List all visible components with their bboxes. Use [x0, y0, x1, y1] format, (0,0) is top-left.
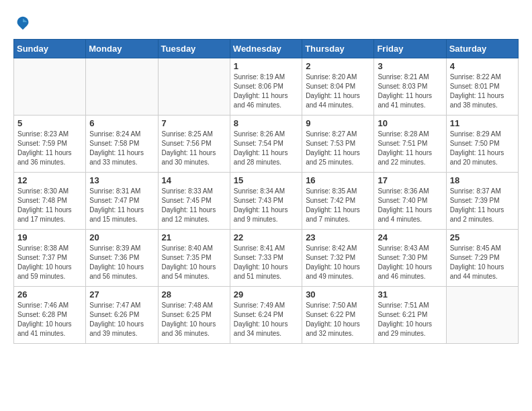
day-number: 15 — [234, 175, 298, 185]
day-info: Sunrise: 7:46 AM Sunset: 6:28 PM Dayligh… — [17, 301, 82, 338]
calendar-cell: 2Sunrise: 8:20 AM Sunset: 8:04 PM Daylig… — [302, 58, 374, 116]
day-number: 21 — [162, 232, 226, 242]
day-info: Sunrise: 8:23 AM Sunset: 7:59 PM Dayligh… — [17, 130, 82, 167]
calendar-cell: 24Sunrise: 8:43 AM Sunset: 7:30 PM Dayli… — [374, 230, 446, 287]
day-number: 9 — [306, 118, 370, 128]
day-info: Sunrise: 8:26 AM Sunset: 7:54 PM Dayligh… — [234, 130, 298, 167]
day-info: Sunrise: 8:24 AM Sunset: 7:58 PM Dayligh… — [89, 130, 154, 167]
calendar-cell: 27Sunrise: 7:47 AM Sunset: 6:26 PM Dayli… — [86, 287, 158, 344]
day-number: 23 — [306, 232, 370, 242]
calendar-cell: 29Sunrise: 7:49 AM Sunset: 6:24 PM Dayli… — [230, 287, 302, 344]
day-number: 13 — [89, 175, 154, 185]
day-number: 8 — [234, 118, 298, 128]
day-info: Sunrise: 8:34 AM Sunset: 7:43 PM Dayligh… — [234, 187, 298, 224]
calendar-header-row: SundayMondayTuesdayWednesdayThursdayFrid… — [14, 40, 519, 58]
day-number: 22 — [234, 232, 298, 242]
day-number: 30 — [306, 289, 370, 300]
day-number: 19 — [17, 232, 82, 242]
calendar-cell — [14, 58, 86, 116]
day-info: Sunrise: 8:21 AM Sunset: 8:03 PM Dayligh… — [378, 73, 442, 110]
day-number: 26 — [17, 289, 82, 300]
logo-icon — [13, 13, 32, 32]
day-info: Sunrise: 8:36 AM Sunset: 7:40 PM Dayligh… — [378, 187, 442, 224]
day-info: Sunrise: 8:41 AM Sunset: 7:33 PM Dayligh… — [234, 244, 298, 281]
day-number: 1 — [234, 61, 298, 71]
calendar-cell: 9Sunrise: 8:27 AM Sunset: 7:53 PM Daylig… — [302, 116, 374, 173]
week-row-2: 5Sunrise: 8:23 AM Sunset: 7:59 PM Daylig… — [14, 116, 519, 173]
calendar-cell — [446, 287, 518, 344]
day-info: Sunrise: 8:22 AM Sunset: 8:01 PM Dayligh… — [450, 73, 515, 110]
calendar-cell: 4Sunrise: 8:22 AM Sunset: 8:01 PM Daylig… — [446, 58, 518, 116]
day-info: Sunrise: 8:28 AM Sunset: 7:51 PM Dayligh… — [378, 130, 442, 167]
day-info: Sunrise: 7:47 AM Sunset: 6:26 PM Dayligh… — [89, 301, 154, 338]
day-info: Sunrise: 8:45 AM Sunset: 7:29 PM Dayligh… — [450, 244, 515, 281]
calendar-cell: 12Sunrise: 8:30 AM Sunset: 7:48 PM Dayli… — [14, 173, 86, 230]
calendar-cell — [158, 58, 230, 116]
logo — [13, 13, 35, 32]
day-number: 29 — [234, 289, 298, 300]
day-number: 20 — [89, 232, 154, 242]
day-number: 11 — [450, 118, 515, 128]
calendar-cell: 3Sunrise: 8:21 AM Sunset: 8:03 PM Daylig… — [374, 58, 446, 116]
day-info: Sunrise: 7:49 AM Sunset: 6:24 PM Dayligh… — [234, 301, 298, 338]
day-info: Sunrise: 8:43 AM Sunset: 7:30 PM Dayligh… — [378, 244, 442, 281]
calendar-cell: 5Sunrise: 8:23 AM Sunset: 7:59 PM Daylig… — [14, 116, 86, 173]
day-info: Sunrise: 8:37 AM Sunset: 7:39 PM Dayligh… — [450, 187, 515, 224]
calendar-cell: 25Sunrise: 8:45 AM Sunset: 7:29 PM Dayli… — [446, 230, 518, 287]
calendar-cell: 14Sunrise: 8:33 AM Sunset: 7:45 PM Dayli… — [158, 173, 230, 230]
calendar-cell — [86, 58, 158, 116]
calendar-cell: 8Sunrise: 8:26 AM Sunset: 7:54 PM Daylig… — [230, 116, 302, 173]
day-header-friday: Friday — [374, 40, 446, 58]
day-number: 4 — [450, 61, 515, 71]
day-number: 25 — [450, 232, 515, 242]
day-info: Sunrise: 8:29 AM Sunset: 7:50 PM Dayligh… — [450, 130, 515, 167]
day-number: 31 — [378, 289, 442, 300]
day-number: 18 — [450, 175, 515, 185]
calendar-cell: 19Sunrise: 8:38 AM Sunset: 7:37 PM Dayli… — [14, 230, 86, 287]
calendar-cell: 16Sunrise: 8:35 AM Sunset: 7:42 PM Dayli… — [302, 173, 374, 230]
day-info: Sunrise: 7:50 AM Sunset: 6:22 PM Dayligh… — [306, 301, 370, 338]
day-info: Sunrise: 8:40 AM Sunset: 7:35 PM Dayligh… — [162, 244, 226, 281]
day-info: Sunrise: 8:30 AM Sunset: 7:48 PM Dayligh… — [17, 187, 82, 224]
day-number: 24 — [378, 232, 442, 242]
day-info: Sunrise: 8:38 AM Sunset: 7:37 PM Dayligh… — [17, 244, 82, 281]
calendar-cell: 13Sunrise: 8:31 AM Sunset: 7:47 PM Dayli… — [86, 173, 158, 230]
day-number: 28 — [162, 289, 226, 300]
calendar-cell: 22Sunrise: 8:41 AM Sunset: 7:33 PM Dayli… — [230, 230, 302, 287]
day-number: 7 — [162, 118, 226, 128]
day-header-monday: Monday — [86, 40, 158, 58]
calendar-cell: 17Sunrise: 8:36 AM Sunset: 7:40 PM Dayli… — [374, 173, 446, 230]
day-number: 5 — [17, 118, 82, 128]
day-info: Sunrise: 8:31 AM Sunset: 7:47 PM Dayligh… — [89, 187, 154, 224]
week-row-3: 12Sunrise: 8:30 AM Sunset: 7:48 PM Dayli… — [14, 173, 519, 230]
day-info: Sunrise: 7:51 AM Sunset: 6:21 PM Dayligh… — [378, 301, 442, 338]
calendar: SundayMondayTuesdayWednesdayThursdayFrid… — [13, 39, 519, 344]
day-info: Sunrise: 8:39 AM Sunset: 7:36 PM Dayligh… — [89, 244, 154, 281]
header — [13, 13, 519, 32]
day-header-thursday: Thursday — [302, 40, 374, 58]
calendar-cell: 15Sunrise: 8:34 AM Sunset: 7:43 PM Dayli… — [230, 173, 302, 230]
calendar-cell: 6Sunrise: 8:24 AM Sunset: 7:58 PM Daylig… — [86, 116, 158, 173]
day-header-sunday: Sunday — [14, 40, 86, 58]
calendar-cell: 30Sunrise: 7:50 AM Sunset: 6:22 PM Dayli… — [302, 287, 374, 344]
week-row-4: 19Sunrise: 8:38 AM Sunset: 7:37 PM Dayli… — [14, 230, 519, 287]
calendar-cell: 7Sunrise: 8:25 AM Sunset: 7:56 PM Daylig… — [158, 116, 230, 173]
calendar-cell: 18Sunrise: 8:37 AM Sunset: 7:39 PM Dayli… — [446, 173, 518, 230]
day-header-wednesday: Wednesday — [230, 40, 302, 58]
week-row-1: 1Sunrise: 8:19 AM Sunset: 8:06 PM Daylig… — [14, 58, 519, 116]
day-number: 16 — [306, 175, 370, 185]
calendar-cell: 11Sunrise: 8:29 AM Sunset: 7:50 PM Dayli… — [446, 116, 518, 173]
week-row-5: 26Sunrise: 7:46 AM Sunset: 6:28 PM Dayli… — [14, 287, 519, 344]
day-info: Sunrise: 8:33 AM Sunset: 7:45 PM Dayligh… — [162, 187, 226, 224]
day-number: 10 — [378, 118, 442, 128]
calendar-cell: 23Sunrise: 8:42 AM Sunset: 7:32 PM Dayli… — [302, 230, 374, 287]
day-info: Sunrise: 8:19 AM Sunset: 8:06 PM Dayligh… — [234, 73, 298, 110]
day-number: 27 — [89, 289, 154, 300]
day-number: 14 — [162, 175, 226, 185]
calendar-cell: 20Sunrise: 8:39 AM Sunset: 7:36 PM Dayli… — [86, 230, 158, 287]
day-header-saturday: Saturday — [446, 40, 518, 58]
day-info: Sunrise: 8:42 AM Sunset: 7:32 PM Dayligh… — [306, 244, 370, 281]
day-info: Sunrise: 8:35 AM Sunset: 7:42 PM Dayligh… — [306, 187, 370, 224]
day-number: 3 — [378, 61, 442, 71]
day-info: Sunrise: 8:20 AM Sunset: 8:04 PM Dayligh… — [306, 73, 370, 110]
